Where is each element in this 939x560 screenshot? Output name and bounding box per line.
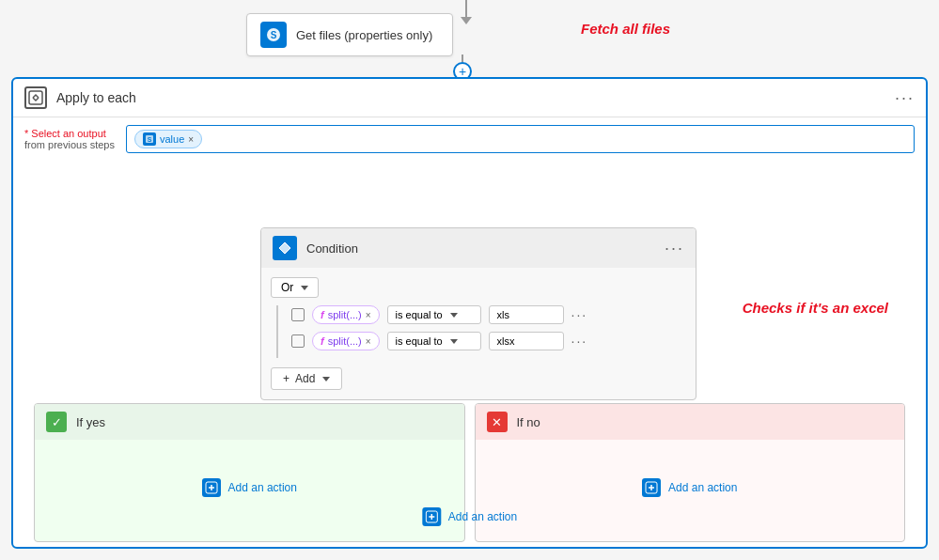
check-icon: ✓ bbox=[46, 412, 67, 432]
condition-body: Or f split(...) bbox=[261, 268, 696, 399]
condition-block: Condition ··· Or bbox=[260, 227, 696, 400]
add-button[interactable]: + Add bbox=[271, 367, 342, 390]
if-no-label: If no bbox=[517, 415, 540, 429]
equals-chevron-1 bbox=[450, 313, 458, 318]
formula-tag-1-remove[interactable]: × bbox=[366, 310, 371, 320]
add-label: Add bbox=[295, 372, 315, 385]
if-yes-add-action-button[interactable]: Add an action bbox=[191, 473, 308, 503]
if-yes-body: Add an action bbox=[35, 440, 464, 536]
if-yes-header: ✓ If yes bbox=[35, 404, 464, 440]
if-no-body: Add an action bbox=[476, 440, 905, 536]
condition-header: Condition ··· bbox=[261, 228, 696, 268]
svg-rect-2 bbox=[29, 91, 42, 104]
value-tag-remove[interactable]: × bbox=[188, 134, 194, 145]
condition-checkbox-2[interactable] bbox=[291, 334, 305, 348]
condition-menu[interactable]: ··· bbox=[665, 239, 684, 258]
loop-icon bbox=[24, 86, 47, 109]
or-chevron bbox=[301, 286, 308, 290]
formula-icon-1: f bbox=[321, 309, 324, 320]
condition-icon bbox=[273, 236, 297, 260]
formula-text-2: split(...) bbox=[328, 335, 362, 347]
if-yes-block: ✓ If yes Add an action bbox=[34, 403, 465, 542]
equals-chevron-2 bbox=[450, 339, 458, 344]
value-tag-text: value bbox=[160, 133, 184, 145]
value-input-box[interactable]: S value × bbox=[126, 125, 915, 153]
condition-row-2: f split(...) × is equal to xlsx ··· bbox=[282, 332, 686, 350]
value-field-1[interactable]: xls bbox=[489, 305, 564, 324]
bottom-add-action-button[interactable]: Add an action bbox=[422, 507, 517, 526]
equals-text-1: is equal to bbox=[396, 309, 443, 320]
if-no-add-action-button[interactable]: Add an action bbox=[631, 473, 748, 503]
equals-dropdown-2[interactable]: is equal to bbox=[387, 332, 481, 350]
or-badge[interactable]: Or bbox=[271, 277, 319, 298]
apply-to-each-menu[interactable]: ··· bbox=[895, 88, 915, 108]
if-yes-label: If yes bbox=[76, 415, 105, 429]
svg-text:S: S bbox=[271, 30, 277, 40]
or-label: Or bbox=[281, 281, 293, 294]
x-icon: ✕ bbox=[487, 412, 508, 432]
if-yes-add-action-icon bbox=[202, 478, 221, 497]
if-yes-add-action-label: Add an action bbox=[228, 481, 297, 494]
add-chevron bbox=[322, 377, 330, 381]
condition-title: Condition bbox=[306, 241, 655, 256]
equals-text-2: is equal to bbox=[396, 335, 443, 347]
bottom-add-action-icon bbox=[422, 507, 441, 526]
apply-to-each-title: Apply to each bbox=[56, 90, 885, 105]
fetch-annotation: Fetch all files bbox=[581, 21, 670, 37]
formula-icon-2: f bbox=[321, 335, 324, 347]
apply-to-each-header: Apply to each ··· bbox=[13, 79, 926, 117]
get-files-label: Get files (properties only) bbox=[296, 28, 432, 42]
condition-row-1: f split(...) × is equal to xls ··· bbox=[282, 305, 686, 324]
if-no-add-action-icon bbox=[642, 478, 661, 497]
tag-icon: S bbox=[143, 132, 156, 146]
add-plus: + bbox=[283, 372, 290, 385]
formula-tag-2-remove[interactable]: × bbox=[366, 336, 371, 347]
value-field-2[interactable]: xlsx bbox=[489, 332, 564, 350]
from-previous-label: from previous steps bbox=[24, 139, 115, 150]
apply-to-each-container: Apply to each ··· * Select an output fro… bbox=[11, 77, 928, 549]
formula-tag-2[interactable]: f split(...) × bbox=[312, 332, 380, 350]
row2-menu[interactable]: ··· bbox=[571, 334, 588, 349]
svg-text:S: S bbox=[148, 136, 152, 143]
equals-dropdown-1[interactable]: is equal to bbox=[387, 305, 481, 324]
formula-text-1: split(...) bbox=[328, 309, 362, 320]
if-no-add-action-label: Add an action bbox=[668, 481, 737, 494]
top-connector bbox=[461, 0, 472, 24]
if-no-block: ✕ If no Add an action bbox=[475, 403, 906, 542]
condition-checkbox-1[interactable] bbox=[291, 308, 305, 321]
formula-tag-1[interactable]: f split(...) × bbox=[312, 305, 380, 324]
get-files-block[interactable]: S Get files (properties only) bbox=[246, 13, 453, 56]
excel-annotation: Checks if it's an excel bbox=[743, 300, 888, 316]
select-output-row: * Select an output from previous steps S… bbox=[13, 117, 926, 161]
row1-menu[interactable]: ··· bbox=[571, 307, 588, 322]
asterisk-label: * Select an output bbox=[24, 128, 115, 139]
bottom-add-action-label: Add an action bbox=[448, 510, 517, 523]
sharepoint-icon: S bbox=[260, 22, 287, 48]
if-no-header: ✕ If no bbox=[476, 404, 905, 440]
value-tag[interactable]: S value × bbox=[134, 130, 202, 148]
